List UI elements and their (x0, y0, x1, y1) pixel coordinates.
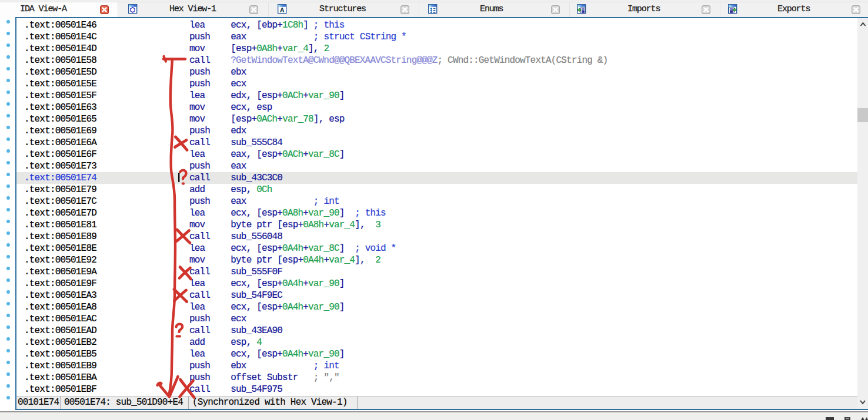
svg-text:A: A (280, 6, 285, 14)
